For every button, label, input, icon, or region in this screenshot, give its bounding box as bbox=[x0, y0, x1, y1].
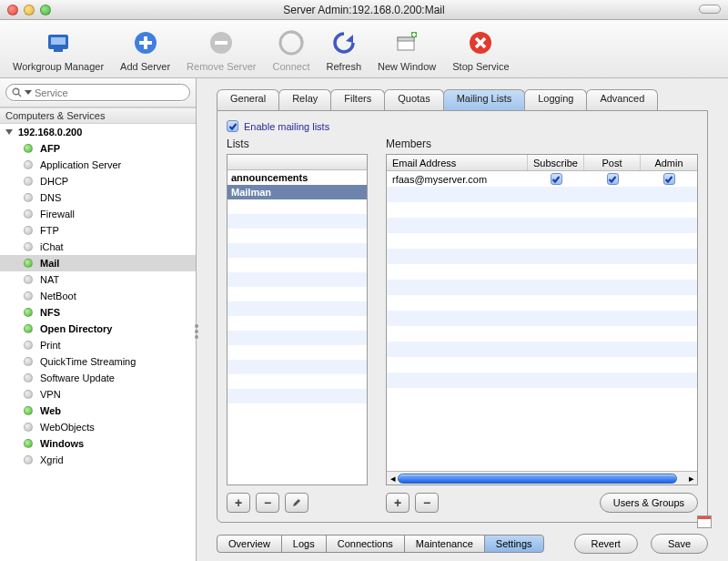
bottom-bar: Overview Logs Connections Maintenance Se… bbox=[206, 530, 719, 556]
sidebar-item-xgrid[interactable]: Xgrid bbox=[0, 452, 196, 468]
list-row bbox=[228, 360, 367, 374]
sidebar-item-application-server[interactable]: Application Server bbox=[0, 157, 196, 173]
users-and-groups-button[interactable]: Users & Groups bbox=[600, 493, 698, 513]
tab-general[interactable]: General bbox=[217, 89, 279, 111]
member-checkbox[interactable] bbox=[584, 173, 641, 185]
list-row[interactable]: announcements bbox=[228, 170, 367, 185]
seg-logs[interactable]: Logs bbox=[281, 535, 327, 553]
status-dot-icon bbox=[24, 357, 33, 366]
search-scope-dropdown-icon[interactable] bbox=[25, 90, 32, 95]
sidebar-item-netboot[interactable]: NetBoot bbox=[0, 288, 196, 304]
members-horizontal-scrollbar[interactable]: ◂ ▸ bbox=[387, 471, 697, 484]
stop-service-button[interactable]: Stop Service bbox=[445, 27, 516, 72]
member-row bbox=[387, 233, 697, 249]
remove-list-button[interactable]: − bbox=[256, 493, 279, 513]
tab-content: Enable mailing lists Lists announcements… bbox=[217, 110, 708, 523]
add-server-button[interactable]: Add Server bbox=[113, 27, 177, 72]
sidebar-item-dhcp[interactable]: DHCP bbox=[0, 173, 196, 189]
new-window-button[interactable]: New Window bbox=[370, 27, 443, 72]
tab-logging[interactable]: Logging bbox=[524, 89, 587, 111]
workgroup-manager-button[interactable]: Workgroup Manager bbox=[5, 27, 111, 72]
scroll-thumb[interactable] bbox=[398, 474, 677, 484]
sidebar-item-webobjects[interactable]: WebObjects bbox=[0, 419, 196, 435]
sidebar-host-label: 192.168.0.200 bbox=[18, 127, 82, 138]
status-dot-icon bbox=[24, 324, 33, 333]
refresh-button[interactable]: Refresh bbox=[319, 27, 369, 72]
scroll-right-arrow-icon[interactable]: ▸ bbox=[685, 473, 697, 484]
sidebar-item-afp[interactable]: AFP bbox=[0, 140, 196, 157]
sidebar-item-firewall[interactable]: Firewall bbox=[0, 206, 196, 222]
enable-mailing-lists-checkbox[interactable]: Enable mailing lists bbox=[227, 120, 698, 132]
sidebar-item-software-update[interactable]: Software Update bbox=[0, 370, 196, 386]
status-dot-icon bbox=[24, 423, 33, 432]
sidebar-item-open-directory[interactable]: Open Directory bbox=[0, 321, 196, 337]
calendar-icon[interactable] bbox=[697, 515, 712, 528]
member-row bbox=[387, 342, 697, 357]
sidebar-item-windows[interactable]: Windows bbox=[0, 435, 196, 452]
search-input[interactable] bbox=[35, 87, 184, 98]
view-segmented-control: Overview Logs Connections Maintenance Se… bbox=[217, 535, 543, 553]
stop-service-label: Stop Service bbox=[452, 61, 509, 72]
members-table[interactable]: Email Address Subscribe Post Admin rfaas… bbox=[386, 154, 698, 485]
sidebar-item-label: DHCP bbox=[40, 176, 68, 187]
status-dot-icon bbox=[24, 439, 33, 448]
workgroup-manager-label: Workgroup Manager bbox=[13, 61, 104, 72]
splitter-handle[interactable] bbox=[192, 320, 201, 343]
search-field[interactable] bbox=[5, 84, 190, 101]
edit-list-button[interactable] bbox=[285, 493, 308, 513]
remove-member-button[interactable]: − bbox=[415, 493, 439, 513]
main-toolbar: Workgroup Manager Add Server Remove Serv… bbox=[0, 20, 728, 78]
seg-settings[interactable]: Settings bbox=[484, 535, 544, 553]
tab-quotas[interactable]: Quotas bbox=[384, 89, 443, 111]
seg-overview[interactable]: Overview bbox=[217, 535, 282, 553]
lists-table[interactable]: announcementsMailman bbox=[227, 154, 368, 485]
members-col-email[interactable]: Email Address bbox=[387, 155, 528, 170]
revert-button[interactable]: Revert bbox=[574, 534, 638, 554]
members-col-subscribe[interactable]: Subscribe bbox=[528, 155, 584, 170]
disclosure-triangle-icon[interactable] bbox=[5, 129, 13, 135]
members-col-post[interactable]: Post bbox=[584, 155, 641, 170]
status-dot-icon bbox=[24, 259, 33, 268]
tab-advanced[interactable]: Advanced bbox=[586, 89, 658, 111]
svg-rect-10 bbox=[398, 37, 414, 41]
members-col-admin[interactable]: Admin bbox=[641, 155, 697, 170]
sidebar-item-label: NAT bbox=[40, 274, 59, 285]
tab-mailing-lists[interactable]: Mailing Lists bbox=[443, 89, 526, 111]
window-title: Server Admin:192.168.0.200:Mail bbox=[0, 4, 728, 16]
sidebar-item-label: iChat bbox=[40, 241, 64, 252]
svg-point-15 bbox=[13, 88, 19, 95]
sidebar-host-row[interactable]: 192.168.0.200 bbox=[0, 124, 196, 140]
sidebar-item-ichat[interactable]: iChat bbox=[0, 239, 196, 255]
sidebar-item-nfs[interactable]: NFS bbox=[0, 304, 196, 321]
list-row bbox=[228, 287, 367, 301]
member-checkbox[interactable] bbox=[528, 173, 584, 185]
list-row bbox=[228, 199, 367, 214]
seg-connections[interactable]: Connections bbox=[326, 535, 405, 553]
list-row bbox=[228, 403, 367, 418]
seg-maintenance[interactable]: Maintenance bbox=[404, 535, 485, 553]
status-dot-icon bbox=[24, 455, 33, 464]
sidebar-item-print[interactable]: Print bbox=[0, 337, 196, 353]
add-member-button[interactable]: + bbox=[386, 493, 410, 513]
sidebar-item-vpn[interactable]: VPN bbox=[0, 386, 196, 403]
status-dot-icon bbox=[24, 242, 33, 251]
status-dot-icon bbox=[24, 209, 33, 219]
member-row[interactable]: rfaas@myserver.com bbox=[387, 171, 697, 187]
svg-rect-1 bbox=[51, 37, 66, 45]
tab-filters[interactable]: Filters bbox=[330, 89, 385, 111]
toolbar-toggle-pill[interactable] bbox=[699, 5, 721, 14]
sidebar-item-web[interactable]: Web bbox=[0, 403, 196, 419]
sidebar-item-nat[interactable]: NAT bbox=[0, 271, 196, 288]
sidebar-item-ftp[interactable]: FTP bbox=[0, 222, 196, 239]
lists-label: Lists bbox=[227, 138, 368, 150]
member-checkbox[interactable] bbox=[641, 173, 697, 185]
tab-relay[interactable]: Relay bbox=[278, 89, 331, 111]
status-dot-icon bbox=[24, 390, 33, 399]
list-row[interactable]: Mailman bbox=[228, 185, 367, 199]
sidebar-item-dns[interactable]: DNS bbox=[0, 189, 196, 206]
add-list-button[interactable]: + bbox=[227, 493, 250, 513]
sidebar-item-mail[interactable]: Mail bbox=[0, 255, 196, 271]
save-button[interactable]: Save bbox=[651, 534, 708, 554]
sidebar-item-quicktime-streaming[interactable]: QuickTime Streaming bbox=[0, 353, 196, 370]
sidebar-item-label: Web bbox=[40, 405, 61, 416]
